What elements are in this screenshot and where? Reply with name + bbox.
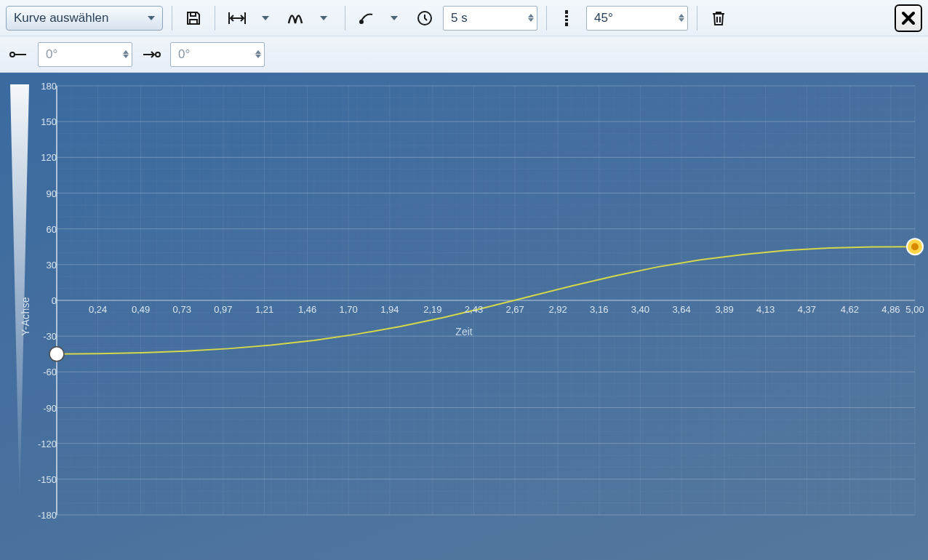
y-tick-label: 120	[28, 152, 57, 163]
angle-value: 45°	[594, 11, 613, 25]
handle-a-input[interactable]: 0°	[38, 42, 132, 67]
x-tick-label: 4,86	[881, 304, 900, 315]
x-tick-label: 0,49	[132, 304, 150, 315]
chevron-down-icon	[391, 16, 398, 20]
clock-button[interactable]	[412, 6, 437, 31]
svg-point-13	[10, 52, 15, 57]
width-button[interactable]	[224, 6, 250, 31]
time-value: 5 s	[451, 11, 468, 25]
x-tick-label: 0,24	[89, 304, 107, 315]
handle-a-spinner[interactable]	[123, 50, 129, 58]
y-tick-label: -120	[28, 438, 57, 449]
handle-b-button[interactable]	[138, 42, 164, 67]
x-tick-label: 3,89	[715, 304, 733, 315]
separator	[215, 6, 215, 31]
y-tick-label: -150	[28, 473, 57, 484]
y-tick-label: -60	[28, 367, 57, 377]
angle-spinner[interactable]	[679, 14, 684, 22]
tangent-icon	[358, 10, 375, 26]
svg-rect-6	[565, 15, 568, 17]
x-tick-label: 3,64	[672, 304, 690, 315]
secondary-toolbar: 0° 0°	[0, 36, 928, 73]
trash-icon	[711, 9, 727, 27]
chevron-down-icon	[320, 16, 327, 20]
width-arrows-icon	[227, 10, 247, 26]
angle-input[interactable]: 45°	[586, 6, 688, 31]
svg-rect-8	[565, 23, 568, 26]
curve-select-label: Kurve auswählen	[14, 11, 108, 25]
x-tick-label: 1,21	[255, 304, 273, 315]
delete-button[interactable]	[706, 6, 731, 31]
x-axis-label: Zeit	[455, 326, 472, 337]
tangent-tool-combo	[354, 6, 407, 31]
separator	[546, 6, 547, 31]
x-tick-label: 0,73	[173, 304, 191, 315]
svg-point-16	[156, 52, 160, 57]
separator	[345, 6, 345, 31]
close-button[interactable]	[895, 4, 922, 32]
close-icon	[900, 9, 917, 27]
wave-dropdown[interactable]	[311, 6, 336, 31]
handle-b-value: 0°	[178, 47, 190, 62]
handle-b-spinner[interactable]	[255, 50, 261, 58]
x-tick-label: 2,92	[548, 304, 567, 315]
handle-a-value: 0°	[46, 47, 57, 62]
x-tick-label: 4,62	[841, 304, 859, 315]
clock-icon	[416, 9, 433, 27]
wave-button[interactable]	[284, 6, 308, 31]
time-spinner[interactable]	[528, 14, 534, 22]
y-tick-label: 180	[28, 81, 57, 92]
curve-select-dropdown[interactable]: Kurve auswählen	[6, 6, 163, 31]
svg-point-150	[49, 347, 64, 361]
scale-button[interactable]	[556, 6, 580, 31]
x-tick-label: 3,16	[590, 304, 608, 315]
x-tick-label: 4,37	[798, 304, 816, 315]
tangent-button[interactable]	[354, 6, 379, 31]
handle-b-input[interactable]: 0°	[170, 42, 265, 67]
x-tick-label: 4,13	[756, 304, 775, 315]
width-dropdown[interactable]	[253, 6, 278, 31]
x-tick-label: 1,46	[298, 304, 316, 315]
save-button[interactable]	[181, 6, 206, 31]
y-tick-label: 0	[28, 295, 57, 306]
chevron-down-icon	[148, 16, 155, 20]
svg-point-152	[911, 243, 919, 250]
y-tick-label: 150	[28, 116, 57, 127]
width-tool-combo	[224, 6, 278, 31]
svg-point-3	[360, 20, 363, 23]
chevron-down-icon	[262, 16, 269, 20]
chart-svg	[0, 73, 928, 560]
x-tick-label: 5,00	[905, 304, 924, 315]
separator	[172, 6, 172, 31]
x-tick-label: 3,40	[631, 304, 649, 315]
time-input[interactable]: 5 s	[443, 6, 537, 31]
y-tick-label: 60	[28, 223, 57, 234]
tangent-dropdown[interactable]	[382, 6, 407, 31]
svg-rect-5	[565, 10, 568, 14]
y-tick-label: -90	[28, 402, 57, 413]
y-tick-label: -30	[28, 331, 57, 342]
y-tick-label: 30	[28, 259, 57, 270]
x-tick-label: 0,97	[214, 304, 232, 315]
chart-area[interactable]: Y-Achse Zeit 1801501209060300-30-60-90-1…	[0, 73, 928, 560]
x-tick-label: 1,70	[340, 304, 358, 315]
y-tick-label: 90	[28, 188, 57, 199]
main-toolbar: Kurve auswählen 5 s 45°	[0, 0, 928, 36]
x-tick-label: 2,43	[465, 304, 483, 315]
handle-a-button[interactable]	[6, 42, 32, 67]
y-tick-label: -180	[28, 510, 57, 521]
save-icon	[185, 9, 202, 27]
wave-icon	[287, 10, 305, 26]
wave-tool-combo	[284, 6, 336, 31]
x-tick-label: 2,67	[505, 304, 524, 315]
svg-rect-7	[565, 19, 568, 21]
x-tick-label: 1,94	[380, 304, 399, 315]
x-tick-label: 2,19	[423, 304, 441, 315]
handle-out-icon	[9, 48, 29, 61]
handle-in-icon	[141, 48, 161, 61]
separator	[697, 6, 697, 31]
ruler-icon	[561, 9, 575, 27]
